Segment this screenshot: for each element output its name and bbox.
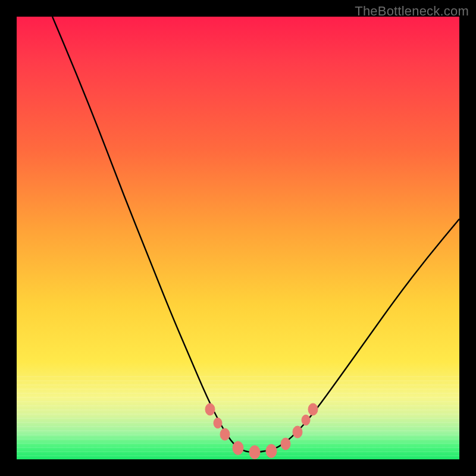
trough-marker (281, 438, 290, 450)
bottleneck-curve (52, 17, 459, 452)
trough-marker (266, 444, 277, 458)
trough-marker (233, 441, 243, 455)
trough-markers (205, 403, 318, 459)
curve-layer (17, 17, 459, 459)
trough-marker (308, 403, 318, 415)
trough-marker (205, 403, 215, 415)
outer-frame: TheBottleneck.com (0, 0, 476, 476)
trough-marker (302, 415, 310, 425)
trough-marker (293, 426, 302, 438)
trough-marker (249, 446, 260, 459)
trough-marker (220, 428, 230, 440)
trough-marker (214, 418, 222, 428)
